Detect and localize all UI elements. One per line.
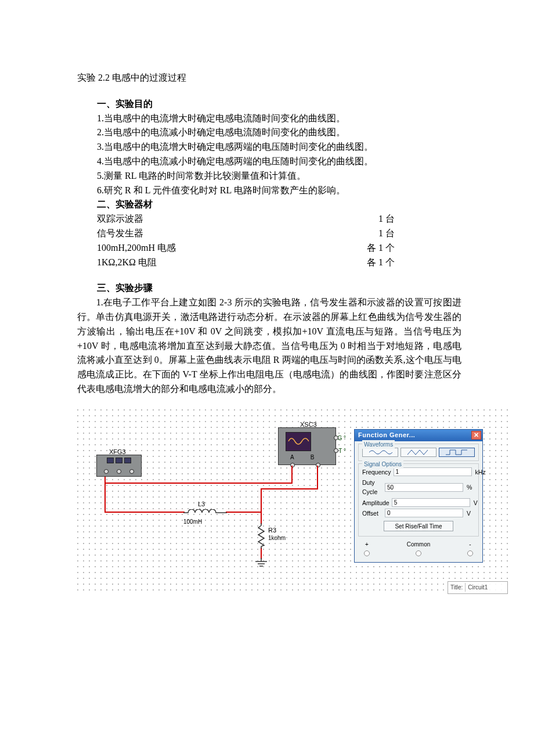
equipment-qty: 1 台 xyxy=(378,226,461,241)
circuit-canvas: XFG3 XSC3 G ° T ° A xyxy=(77,409,509,595)
l3-label: L3 xyxy=(198,499,205,509)
terminal-common-label: Common xyxy=(407,540,431,549)
dialog-title: Function Gener... xyxy=(358,430,415,440)
triangle-icon xyxy=(401,449,436,456)
scope-ext-g-label: G ° xyxy=(337,434,346,443)
goal-item: 4.当电感中的电流减小时确定电感两端的电压随时间变化的曲线图。 xyxy=(97,154,461,169)
terminal-common-radio[interactable] xyxy=(416,550,421,556)
goal-item: 3.当电感中的电流增大时确定电感两端的电压随时间变化的曲线图。 xyxy=(97,140,461,154)
wire xyxy=(261,488,262,513)
goal-item: 1.当电感中的电流增大时确定电感电流随时间变化的曲线图。 xyxy=(97,111,461,126)
l3-value: 100mH xyxy=(183,517,202,527)
canvas-title-value: Circuit1 xyxy=(468,583,488,592)
frequency-input[interactable] xyxy=(394,467,472,476)
experiment-title: 实验 2.2 电感中的过渡过程 xyxy=(77,71,461,85)
amplitude-unit: V xyxy=(472,498,478,507)
signal-legend: Signal Options xyxy=(362,460,403,469)
signal-options-fieldset: Signal Options Frequency kHz Duty Cycle … xyxy=(358,463,479,537)
canvas-title-label: Title: xyxy=(450,583,466,592)
xfg3-port-common[interactable] xyxy=(117,469,121,474)
offset-label: Offset xyxy=(362,509,383,518)
amplitude-label: Amplitude xyxy=(362,498,389,507)
duty-input[interactable] xyxy=(385,483,463,492)
oscilloscope-xsc3[interactable]: G ° T ° A B xyxy=(278,427,336,465)
wire xyxy=(291,466,293,484)
waveform-square-button[interactable] xyxy=(439,448,475,457)
scope-a-label: A xyxy=(290,453,294,462)
wire xyxy=(261,548,262,559)
terminal-minus-radio[interactable] xyxy=(467,550,473,556)
sine-icon xyxy=(363,449,398,456)
frequency-unit: kHz xyxy=(474,467,486,477)
canvas-title-block: Title: Circuit1 xyxy=(448,581,508,594)
sine-icon xyxy=(288,435,309,447)
xfg3-wave-button[interactable] xyxy=(124,458,131,463)
xfg3-wave-button[interactable] xyxy=(107,458,114,463)
equipment-row: 100mH,200mH 电感 各 1 个 xyxy=(97,241,461,255)
wire xyxy=(317,466,318,489)
terminal-plus-radio[interactable] xyxy=(364,550,370,556)
wire xyxy=(104,483,293,484)
equipment-name: 100mH,200mH 电感 xyxy=(97,241,176,255)
waveforms-fieldset: Waveforms xyxy=(358,444,479,461)
goal-item: 5.测量 RL 电路的时间常数并比较测量值和计算值。 xyxy=(97,169,461,183)
equipment-row: 双踪示波器 1 台 xyxy=(97,212,461,226)
scope-ext-t-label: T ° xyxy=(338,447,346,456)
xfg3-port-minus[interactable] xyxy=(129,469,134,474)
inductor-l3[interactable] xyxy=(183,509,227,516)
equipment-qty: 各 1 个 xyxy=(367,241,461,255)
square-icon xyxy=(439,449,474,456)
xfg3-wave-button[interactable] xyxy=(116,458,122,463)
close-icon: ✕ xyxy=(474,432,479,438)
goal-item: 6.研究 R 和 L 元件值变化时对 RL 电路时间常数产生的影响。 xyxy=(97,183,461,198)
amplitude-input[interactable] xyxy=(392,498,470,507)
dialog-titlebar[interactable]: Function Gener... ✕ xyxy=(355,430,482,441)
equipment-name: 双踪示波器 xyxy=(97,212,143,226)
scope-port-t[interactable] xyxy=(334,448,338,453)
resistor-r3[interactable] xyxy=(257,523,265,549)
xfg3-port-plus[interactable] xyxy=(104,469,109,474)
wire xyxy=(104,512,185,513)
scope-b-label: B xyxy=(311,453,315,462)
offset-unit: V xyxy=(466,509,475,518)
wire xyxy=(261,512,262,524)
set-rise-fall-button[interactable]: Set Rise/Fall Time xyxy=(384,521,453,531)
scope-port-ext[interactable] xyxy=(334,435,338,440)
section1-heading: 一、实验目的 xyxy=(97,97,461,111)
ground-symbol xyxy=(255,558,268,568)
section2-heading: 二、实验器材 xyxy=(97,197,461,212)
step1-paragraph: 1.在电子工作平台上建立如图 2-3 所示的实验电路，信号发生器和示波器的设置可… xyxy=(77,296,461,397)
r3-value: 1kohm xyxy=(268,534,286,543)
equipment-qty: 1 台 xyxy=(378,212,461,226)
duty-label: Duty Cycle xyxy=(362,478,383,497)
offset-input[interactable] xyxy=(385,509,463,517)
duty-unit: % xyxy=(466,483,475,492)
close-button[interactable]: ✕ xyxy=(471,431,481,440)
equipment-name: 信号发生器 xyxy=(97,226,143,241)
equipment-row: 信号发生器 1 台 xyxy=(97,226,461,241)
waveforms-legend: Waveforms xyxy=(362,440,395,449)
wire xyxy=(226,512,262,513)
function-generator-xfg3[interactable] xyxy=(96,455,142,477)
goal-item: 2.当电感中的电流减小时确定电感电流随时间变化的曲线图。 xyxy=(97,125,461,140)
terminal-minus-label: - xyxy=(469,540,471,549)
scope-screen xyxy=(286,432,311,451)
section3-heading: 三、实验步骤 xyxy=(97,281,461,296)
function-generator-dialog[interactable]: Function Gener... ✕ Waveforms xyxy=(354,429,483,563)
waveform-triangle-button[interactable] xyxy=(400,448,436,457)
equipment-qty: 各 1 个 xyxy=(367,255,461,270)
equipment-name: 1KΩ,2KΩ 电阻 xyxy=(97,255,157,270)
equipment-row: 1KΩ,2KΩ 电阻 各 1 个 xyxy=(97,255,461,270)
terminal-plus-label: + xyxy=(365,540,369,549)
wire xyxy=(261,488,318,489)
